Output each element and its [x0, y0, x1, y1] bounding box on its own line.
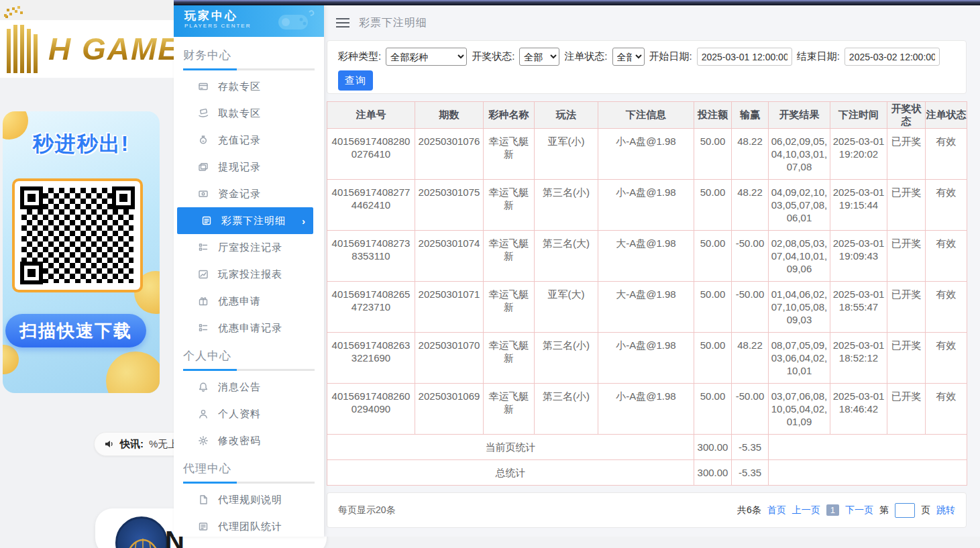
app-download-banner[interactable]: 秒进秒出! 扫描快速下载: [3, 111, 160, 393]
table-cell: 04,09,02,10,03,05,07,08,06,01: [769, 180, 830, 231]
summary-bet-total: 300.00: [694, 460, 732, 486]
next-page-link[interactable]: 下一页: [845, 504, 873, 516]
sidebar-item[interactable]: 优惠申请记录: [174, 315, 324, 341]
table-body: 40156917408280027641020250301076幸运飞艇新亚军(…: [327, 129, 967, 435]
sidebar-item[interactable]: 厅室投注记录: [174, 234, 324, 261]
section-underline: [183, 68, 315, 70]
pagination-bar: 每页显示20条 共6条 首页 上一页 1 下一页 第 页 跳转: [327, 492, 967, 528]
table-cell: 06,02,09,05,04,10,03,01,07,08: [769, 129, 830, 180]
sidebar-item[interactable]: 玩家投注报表: [174, 261, 324, 288]
sidebar-item[interactable]: 充值记录: [174, 127, 324, 154]
bet-table-wrap: 注单号期数彩种名称玩法下注信息投注额输赢开奖结果下注时间开奖状态注单状态 401…: [327, 101, 967, 486]
table-cell: 2025-03-01 19:09:43: [830, 231, 887, 282]
table-row: 40156917408265472371020250301071幸运飞艇新亚军(…: [327, 282, 967, 333]
speaker-icon: [104, 439, 115, 449]
sidebar-item[interactable]: 修改密码: [174, 427, 324, 454]
table-cell: 20250301074: [415, 231, 484, 282]
first-page-link[interactable]: 首页: [767, 504, 786, 516]
table-cell: 幸运飞艇新: [484, 282, 535, 333]
topbar: 彩票下注明细: [324, 5, 980, 40]
start-date-label: 开始日期:: [649, 50, 692, 63]
jump-button[interactable]: 跳转: [936, 504, 955, 516]
sidebar-item-label: 消息公告: [218, 381, 261, 394]
table-cell: 第三名(小): [535, 180, 598, 231]
summary-empty-cell: [769, 460, 967, 486]
site-logo-text: H GAME: [48, 31, 180, 67]
table-header: 注单号期数彩种名称玩法下注信息投注额输赢开奖结果下注时间开奖状态注单状态: [327, 102, 967, 129]
table-cell: 幸运飞艇新: [484, 129, 535, 180]
table-cell: 已开奖: [887, 384, 926, 435]
current-page-badge[interactable]: 1: [826, 504, 839, 516]
column-header: 下注时间: [830, 102, 887, 129]
menu-toggle-icon[interactable]: [336, 18, 349, 28]
sidebar-header: 玩家中心 PLAYERS CENTER: [174, 5, 324, 37]
table-cell: 08,07,05,09,03,06,04,02,10,01: [769, 333, 830, 384]
table-cell: 20250301071: [415, 282, 484, 333]
banner-decoration: [106, 351, 160, 393]
table-cell: 401569174082633221690: [327, 333, 415, 384]
sidebar-item[interactable]: 消息公告: [174, 374, 324, 400]
table-cell: 有效: [926, 231, 967, 282]
table-cell: 2025-03-01 18:46:42: [830, 384, 887, 435]
banner-slogan: 秒进秒出!: [3, 130, 160, 158]
prev-page-link[interactable]: 上一页: [792, 504, 820, 516]
draw-status-label: 开奖状态:: [472, 50, 514, 63]
lottery-type-select[interactable]: 全部彩种: [386, 48, 467, 66]
table-cell: 已开奖: [887, 180, 926, 231]
table-cell: 第三名(小): [535, 384, 598, 435]
table-cell: 2025-03-01 18:55:47: [830, 282, 887, 333]
sidebar-item[interactable]: 代理团队统计: [174, 513, 324, 537]
table-cell: 20250301070: [415, 333, 484, 384]
hall-bet-record-icon: [198, 242, 209, 253]
qr-pattern: [21, 188, 133, 283]
column-header: 下注信息: [598, 102, 694, 129]
scan-download-button[interactable]: 扫描快速下载: [5, 314, 146, 347]
column-header: 玩法: [535, 102, 598, 129]
table-cell: 亚军(小): [535, 129, 598, 180]
table-cell: 幸运飞艇新: [484, 333, 535, 384]
start-date-input[interactable]: [697, 48, 792, 66]
sidebar-section-title: 财务中心: [183, 48, 315, 63]
lottery-type-label: 彩种类型:: [338, 50, 381, 63]
table-cell: 有效: [926, 384, 967, 435]
sidebar-item[interactable]: 优惠申请: [174, 288, 324, 315]
table-cell: 小-A盘@1.98: [598, 333, 694, 384]
table-cell: 已开奖: [887, 129, 926, 180]
sidebar-item[interactable]: 资金记录: [174, 180, 324, 207]
table-cell: 已开奖: [887, 231, 926, 282]
table-cell: -50.00: [732, 384, 769, 435]
sidebar-item[interactable]: 彩票下注明细›: [177, 207, 313, 234]
bet-detail-table: 注单号期数彩种名称玩法下注信息投注额输赢开奖结果下注时间开奖状态注单状态 401…: [327, 101, 967, 486]
summary-empty-cell: [769, 435, 967, 460]
sidebar-item[interactable]: 取款专区: [174, 100, 324, 127]
draw-status-select[interactable]: 全部: [519, 48, 559, 66]
sidebar-item-label: 存款专区: [218, 80, 261, 93]
sidebar-item[interactable]: 提现记录: [174, 154, 324, 180]
sidebar-section-title: 个人中心: [183, 348, 315, 364]
sidebar-item[interactable]: 代理规则说明: [174, 486, 324, 513]
summary-label: 总统计: [327, 460, 694, 486]
sidebar-item[interactable]: 存款专区: [174, 73, 324, 100]
gear-icon: [198, 435, 209, 446]
sidebar-item-label: 个人资料: [218, 408, 261, 421]
table-cell: 401569174082654723710: [327, 282, 415, 333]
table-row: 40156917408273835311020250301074幸运飞艇新第三名…: [327, 231, 967, 282]
sidebar: 玩家中心 PLAYERS CENTER 财务中心存款专区取款专区充值记录提现记录…: [174, 5, 324, 537]
document-icon: [198, 494, 209, 505]
sidebar-item[interactable]: 个人资料: [174, 400, 324, 427]
column-header: 投注额: [694, 102, 732, 129]
summary-winloss-total: -5.35: [732, 460, 769, 486]
table-cell: 50.00: [694, 282, 732, 333]
table-cell: 03,07,06,08,10,05,04,02,01,09: [769, 384, 830, 435]
search-button[interactable]: 查询: [338, 70, 373, 91]
table-cell: 401569174082738353110: [327, 231, 415, 282]
lottery-bet-detail-icon: [201, 215, 212, 226]
table-cell: 大-A盘@1.98: [598, 231, 694, 282]
sidebar-item-label: 取款专区: [218, 107, 261, 120]
end-date-input[interactable]: [845, 48, 940, 66]
ticker-label: 快讯:: [120, 438, 144, 451]
table-cell: 有效: [926, 333, 967, 384]
order-status-select[interactable]: 全部: [612, 48, 645, 66]
page-size-text: 每页显示20条: [338, 504, 396, 516]
jump-page-input[interactable]: [895, 503, 915, 518]
